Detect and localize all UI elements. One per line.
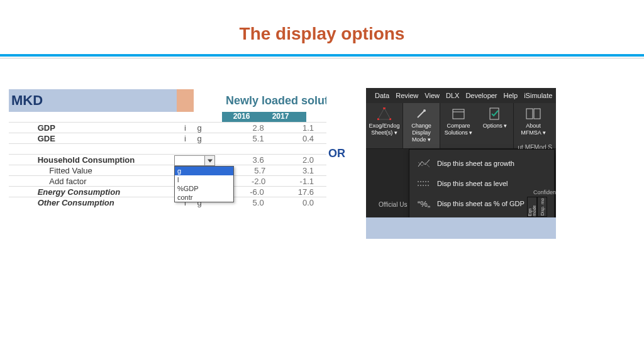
menu-growth-label: Disp this sheet as growth [437,160,514,167]
svg-rect-7 [490,108,499,119]
blank-row [9,143,326,154]
table-row: Household Consumptionx3.62.0 [9,154,326,165]
year-header-row: 2016 2017 [9,111,326,122]
table-row: GDPig2.81.1 [9,122,326,133]
exog-flag-cell[interactable]: i [177,134,194,143]
wand-icon [414,107,429,121]
compare-solutions-button[interactable]: Compare Solutions ▾ [440,103,477,148]
table-row: Add factor-2.0-1.1 [9,175,326,186]
svg-point-1 [389,118,391,120]
value-cell: 3.1 [278,166,326,175]
col-x-header [177,89,194,112]
sheet-check-icon [487,107,502,121]
triangle-icon [377,107,392,121]
table-row: Fitted Value5.73.1 [9,165,326,175]
svg-rect-9 [534,109,540,119]
workbook-name: MKD [9,89,177,112]
side-tab-eqn-mode[interactable]: Eqn mode [527,197,537,217]
exog-endog-button[interactable]: Exog/Endog Sheet(s) ▾ [366,103,402,148]
svg-rect-8 [526,109,533,119]
level-icon [417,178,431,189]
table-row: Energy Consumption-6.017.6 [9,186,326,197]
calendar-icon [451,107,466,121]
dropdown-button[interactable] [204,155,215,166]
value-cell: -2.0 [230,177,279,186]
svg-point-4 [423,109,426,112]
display-flag-cell[interactable]: g [193,123,226,133]
table-row: GDEig5.10.4 [9,133,326,143]
value-cell: 1.1 [277,123,326,133]
value-cell: -6.0 [226,187,276,197]
row-label: GDE [28,134,177,143]
row-label: Household Consumption [28,155,177,165]
or-separator: OR [328,147,345,160]
value-cell: 0.4 [277,134,326,143]
compare-label: Compare Solutions ▾ [440,123,477,136]
options-button[interactable]: Options ▾ [477,103,513,148]
dropdown-option[interactable]: contr [175,193,233,202]
status-left: Official Us [379,201,407,208]
display-flag-cell[interactable]: g [193,134,226,143]
dropdown-option[interactable]: g [175,167,233,175]
growth-icon [417,158,431,168]
exog-label: Exog/Endog Sheet(s) ▾ [366,123,402,136]
mode-label: Change Display Mode ▾ [403,123,440,143]
status-right: Confident [533,189,556,195]
ribbon-tab[interactable]: iSimulate [524,92,552,99]
about-label: About MFMSA ▾ [514,123,553,136]
value-cell: 5.1 [226,134,276,143]
value-cell: 0.0 [277,198,326,207]
value-cell: 2.0 [277,155,326,165]
book-icon [526,107,541,121]
ribbon-tab[interactable]: View [425,92,440,99]
svg-line-3 [418,111,425,118]
row-label: GDP [28,123,177,133]
value-cell: 17.6 [277,187,326,197]
menu-growth[interactable]: Disp this sheet as growth [409,153,554,173]
dropdown-option[interactable]: l [175,175,233,184]
row-label: Other Consumption [28,198,177,207]
ribbon-tab[interactable]: Data [375,92,389,99]
ribbon-tab-strip: DataReviewViewDLXDeveloperHelpiSimulate [366,88,556,103]
ribbon-panel: DataReviewViewDLXDeveloperHelpiSimulate … [366,88,556,239]
divider [0,54,644,57]
side-tab-disp-mode[interactable]: Disp. mo [537,197,547,217]
row-label: Fitted Value [26,166,182,175]
table-row: Other Consumptionig5.00.0 [9,197,326,207]
svg-rect-5 [453,109,464,119]
spreadsheet-panel: MKD Newly loaded solutio 2016 2017 GDPig… [9,89,326,207]
chevron-down-icon [208,159,213,163]
year-2016: 2016 [222,111,261,122]
percent-icon: “%„ [417,199,431,209]
exog-flag-cell[interactable]: i [177,123,194,133]
ribbon-tab[interactable]: Help [504,92,518,99]
menu-gdp-label: Disp this sheet as % of GDP [437,200,525,207]
row-label: Add factor [26,177,182,186]
menu-level[interactable]: Disp this sheet as level [409,173,554,194]
year-next-cut [300,111,306,122]
menu-level-label: Disp this sheet as level [437,180,508,187]
sheet-background-strip [366,217,556,239]
svg-point-2 [377,118,379,120]
options-label: Options ▾ [482,123,509,129]
ribbon-tab[interactable]: Review [396,92,418,99]
col-g-header [194,89,225,112]
value-cell: 5.0 [226,198,276,207]
value-cell: 2.8 [226,123,276,133]
ribbon-toolbar: Exog/Endog Sheet(s) ▾ Change Display Mod… [366,103,556,149]
about-button[interactable]: About MFMSA ▾ [514,103,553,148]
year-2017: 2017 [261,111,300,122]
page-title: The display options [0,24,644,44]
display-unit-dropdown[interactable]: gl%GDPcontr [174,166,234,202]
display-unit-select[interactable] [174,155,205,166]
row-label: Energy Consumption [28,187,177,197]
solution-header: Newly loaded solutio [225,89,326,112]
value-cell: 3.6 [226,155,276,165]
dropdown-option[interactable]: %GDP [175,184,233,193]
display-unit-cell[interactable] [174,155,205,166]
value-cell: -1.1 [278,177,326,186]
change-display-mode-button[interactable]: Change Display Mode ▾ [403,103,440,148]
value-cell: 5.7 [230,166,279,175]
ribbon-tab[interactable]: Developer [465,92,497,99]
ribbon-tab[interactable]: DLX [446,92,459,99]
